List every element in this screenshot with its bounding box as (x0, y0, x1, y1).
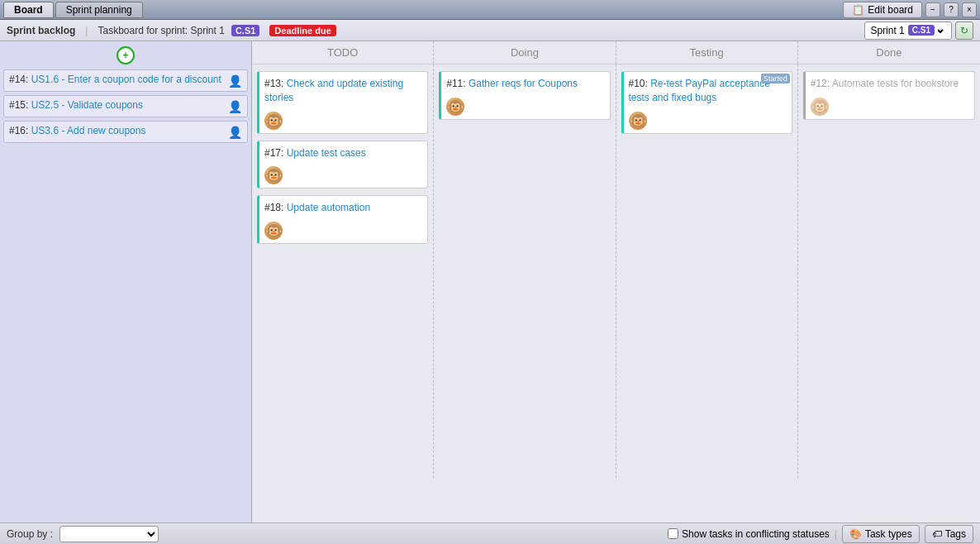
task-card-10[interactable]: Started #10: Re-test PayPal acceptance t… (621, 71, 792, 134)
conflict-checkbox[interactable] (668, 528, 678, 539)
task-card-13[interactable]: #13: Check and update existing stories 🐵 (257, 71, 428, 134)
person-icon-14: 👤 (228, 74, 242, 88)
refresh-button[interactable]: ↻ (955, 21, 973, 40)
col-done: #12: Automate tests for bookstore 🐵 (798, 64, 980, 478)
toolbar: Sprint backlog | Taskboard for sprint: S… (0, 20, 980, 41)
edit-board-button[interactable]: 📋 Edit board (843, 2, 922, 18)
board-header: TODO Doing Testing Done (252, 41, 980, 64)
avatar-11: 🐵 (446, 98, 464, 116)
started-badge: Started (761, 74, 790, 84)
col-header-todo: TODO (252, 41, 434, 64)
person-icon-16: 👤 (228, 126, 242, 139)
avatar-10: 🐵 (629, 112, 647, 130)
main-area: + #14: US1.6 - Enter a coupon code for a… (0, 41, 980, 523)
col-todo: #13: Check and update existing stories 🐵… (252, 64, 434, 478)
sprint-cs1-badge: C.S1 (908, 25, 935, 36)
backlog-item-16[interactable]: #16: US3.6 - Add new coupons 👤 (3, 121, 248, 143)
help-button[interactable]: ? (944, 2, 959, 17)
col-testing: Started #10: Re-test PayPal acceptance t… (616, 64, 798, 478)
footer: Group by : Show tasks in conflicting sta… (0, 523, 980, 544)
close-button[interactable]: × (962, 2, 977, 17)
task-card-18[interactable]: #18: Update automation 🐵 (257, 195, 428, 244)
group-by-select[interactable] (59, 526, 159, 542)
titlebar: Board Sprint planning 📋 Edit board − ? × (0, 0, 980, 20)
task-card-12[interactable]: #12: Automate tests for bookstore 🐵 (803, 71, 975, 120)
deadline-badge: Deadline due (269, 25, 335, 36)
person-icon-15: 👤 (228, 100, 242, 113)
tag-icon: 🏷 (932, 528, 942, 540)
add-story-button[interactable]: + (117, 46, 135, 64)
avatar-13: 🐵 (264, 112, 283, 130)
sprint-backlog-sidebar: + #14: US1.6 - Enter a coupon code for a… (0, 41, 252, 523)
sprint-backlog-label: Sprint backlog (7, 25, 75, 36)
col-header-testing: Testing (616, 41, 798, 64)
avatar-12: 🐵 (811, 98, 829, 116)
tags-button[interactable]: 🏷 Tags (925, 525, 973, 543)
group-by-label: Group by : (7, 528, 53, 540)
col-header-doing: Doing (434, 41, 616, 64)
task-card-17[interactable]: #17: Update test cases 🐵 (257, 141, 428, 189)
sprint-select-label: Sprint 1 (870, 25, 904, 36)
avatar-18: 🐵 (264, 222, 283, 240)
tab-sprint-planning[interactable]: Sprint planning (55, 2, 143, 18)
backlog-item-15[interactable]: #15: US2.5 - Validate coupons 👤 (3, 95, 248, 117)
sprint-select[interactable] (938, 24, 946, 37)
minimize-button[interactable]: − (925, 2, 940, 17)
conflict-status-area: Show tasks in conflicting statuses (668, 528, 830, 540)
tab-board[interactable]: Board (3, 2, 54, 18)
task-card-11[interactable]: #11: Gather reqs for Coupons 🐵 (439, 71, 610, 120)
cs1-badge: C.S1 (231, 25, 259, 36)
col-doing: #11: Gather reqs for Coupons 🐵 (434, 64, 616, 478)
board-columns: #13: Check and update existing stories 🐵… (252, 64, 980, 523)
conflict-label: Show tasks in conflicting statuses (682, 528, 830, 540)
col-header-done: Done (798, 41, 980, 64)
taskboard-label: Taskboard for sprint: Sprint 1 (98, 25, 224, 36)
backlog-item-14[interactable]: #14: US1.6 - Enter a coupon code for a d… (3, 69, 248, 92)
task-board: TODO Doing Testing Done #13: Check and u… (252, 41, 980, 523)
avatar-17: 🐵 (264, 166, 283, 184)
palette-icon: 🎨 (849, 528, 862, 540)
task-types-button[interactable]: 🎨 Task types (842, 525, 920, 543)
